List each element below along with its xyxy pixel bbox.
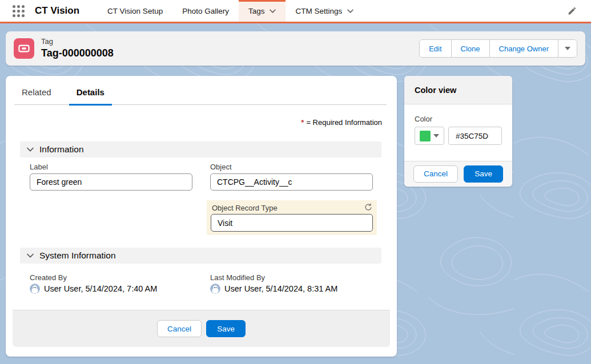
- tab-related[interactable]: Related: [14, 87, 59, 106]
- color-swatch: [420, 131, 431, 141]
- edit-page-pencil-icon[interactable]: [568, 7, 576, 15]
- record-title: Tag-000000008: [41, 47, 114, 59]
- color-cancel-button[interactable]: Cancel: [413, 165, 458, 183]
- color-view-title: Color view: [404, 76, 512, 104]
- created-by-label: Created By: [30, 273, 67, 282]
- nav-tab-tags[interactable]: Tags: [239, 0, 286, 22]
- object-record-type-modified-field: Object Record Type: [207, 200, 377, 235]
- color-hex-input[interactable]: [448, 127, 502, 145]
- nav-tab-label: Photo Gallery: [182, 7, 229, 15]
- section-header-information[interactable]: Information: [20, 141, 381, 157]
- undo-icon[interactable]: [364, 203, 372, 211]
- edit-button[interactable]: Edit: [420, 40, 451, 57]
- nav-tab-label: CT Vision Setup: [107, 7, 163, 15]
- record-header-card: Tag Tag-000000008 Edit Clone Change Owne…: [6, 31, 585, 66]
- object-field-label: Object: [210, 163, 232, 171]
- created-by-text[interactable]: User User, 5/14/2024, 7:40 AM: [44, 284, 157, 293]
- form-save-button[interactable]: Save: [206, 320, 246, 337]
- record-form-footer: Cancel Save: [13, 310, 390, 347]
- chevron-down-icon: [27, 253, 34, 258]
- caret-down-icon: [433, 134, 439, 137]
- required-information-note: *= Required Information: [301, 118, 382, 127]
- entity-label: Tag: [41, 38, 114, 46]
- user-avatar: [210, 284, 220, 294]
- chevron-down-icon[interactable]: [270, 9, 276, 13]
- color-view-card: Color view Color Cancel Save: [404, 76, 512, 187]
- record-titles: Tag Tag-000000008: [41, 38, 114, 59]
- chevron-down-icon[interactable]: [347, 9, 353, 13]
- nav-tab-ctm-settings[interactable]: CTM Settings: [286, 0, 363, 22]
- color-view-footer: Cancel Save: [404, 161, 512, 186]
- detail-tab-strip: Related Details: [14, 76, 387, 105]
- record-detail-card: Related Details *= Required Information …: [6, 76, 397, 357]
- section-title: Information: [39, 144, 84, 155]
- change-owner-button[interactable]: Change Owner: [489, 40, 558, 57]
- label-field-label: Label: [30, 163, 48, 171]
- object-field-input[interactable]: [210, 173, 373, 191]
- page: CT Vision CT Vision Setup Photo Gallery …: [0, 0, 591, 364]
- user-avatar: [30, 284, 40, 294]
- color-swatch-dropdown-button[interactable]: [415, 127, 444, 145]
- tag-entity-icon: [14, 38, 34, 59]
- form-cancel-button[interactable]: Cancel: [157, 320, 202, 337]
- object-record-type-field-label: Object Record Type: [212, 204, 278, 212]
- nav-tabs: CT Vision Setup Photo Gallery Tags CTM S…: [98, 0, 363, 22]
- last-modified-by-value: User User, 5/14/2024, 8:31 AM: [210, 284, 337, 294]
- global-nav: CT Vision CT Vision Setup Photo Gallery …: [0, 0, 591, 23]
- record-action-group: Edit Clone Change Owner: [419, 39, 577, 58]
- clone-button[interactable]: Clone: [451, 40, 489, 57]
- created-by-value: User User, 5/14/2024, 7:40 AM: [30, 284, 157, 294]
- nav-tab-label: Tags: [248, 7, 265, 15]
- app-launcher-icon[interactable]: [13, 5, 25, 17]
- object-record-type-input[interactable]: [211, 214, 373, 232]
- nav-tab-label: CTM Settings: [295, 7, 342, 15]
- section-title: System Information: [39, 250, 116, 261]
- tab-details[interactable]: Details: [69, 87, 112, 106]
- more-actions-dropdown-button[interactable]: [558, 40, 577, 57]
- color-view-body: Color: [404, 104, 512, 161]
- chevron-down-icon: [27, 147, 34, 152]
- required-asterisk: *: [301, 118, 304, 127]
- last-modified-by-label: Last Modified By: [210, 273, 265, 282]
- label-field-input[interactable]: [30, 173, 192, 191]
- nav-tab-ct-vision-setup[interactable]: CT Vision Setup: [98, 0, 172, 22]
- color-field-label: Color: [415, 115, 502, 123]
- app-name: CT Vision: [35, 5, 79, 17]
- nav-tab-photo-gallery[interactable]: Photo Gallery: [172, 0, 239, 22]
- color-save-button[interactable]: Save: [464, 165, 503, 183]
- section-header-system-information[interactable]: System Information: [20, 248, 381, 264]
- last-modified-by-text[interactable]: User User, 5/14/2024, 8:31 AM: [224, 284, 337, 293]
